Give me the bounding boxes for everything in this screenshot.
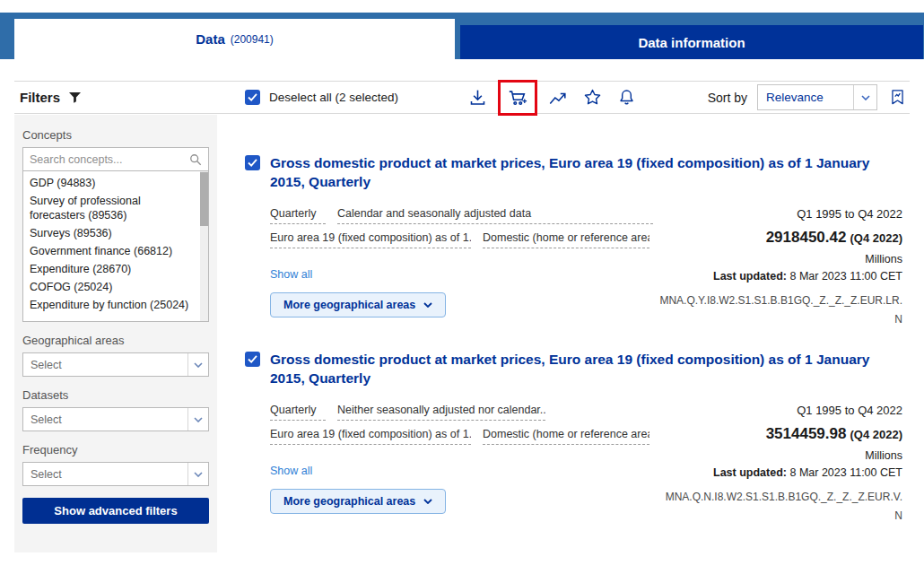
deselect-all-label[interactable]: Deselect all (2 selected) xyxy=(269,91,398,104)
datasets-select[interactable]: Select xyxy=(22,407,209,431)
result-value-period: (Q4 2022) xyxy=(850,231,902,245)
filters-sidebar: Concepts GDP (94883) Survey of professio… xyxy=(14,115,217,552)
result-value-period: (Q4 2022) xyxy=(850,428,902,441)
datasets-label: Datasets xyxy=(22,388,209,403)
tab-strip: Data (200941) Data information xyxy=(0,13,924,59)
concept-item[interactable]: Survey of professional forecasters (8953… xyxy=(30,192,194,224)
geographical-areas-filter: Geographical areas Select xyxy=(22,334,209,377)
notification-bell-icon[interactable] xyxy=(615,88,638,107)
frequency-select[interactable]: Select xyxy=(22,462,209,486)
chevron-down-icon xyxy=(187,353,208,376)
result-unit: Millions xyxy=(633,449,902,462)
tab-data[interactable]: Data (200941) xyxy=(14,19,455,59)
more-geographical-areas-button[interactable]: More geographical areas xyxy=(270,489,446,514)
select-value: Select xyxy=(23,359,187,371)
tab-data-information-label: Data information xyxy=(638,35,745,50)
view-chart-icon[interactable] xyxy=(546,88,570,108)
result-meta: Q1 1995 to Q4 2022 2918450.42(Q4 2022) M… xyxy=(633,207,902,329)
sort-by-label: Sort by xyxy=(708,91,747,105)
concept-item[interactable]: Surveys (89536) xyxy=(30,224,194,242)
geographical-areas-select[interactable]: Select xyxy=(22,352,209,377)
result-card: Gross domestic product at market prices,… xyxy=(217,350,910,517)
show-advanced-filters-button[interactable]: Show advanced filters xyxy=(22,498,209,524)
concept-item[interactable]: Government finance (66812) xyxy=(30,242,194,260)
check-icon xyxy=(248,93,257,101)
concepts-search-input[interactable] xyxy=(30,153,186,166)
attr-reference-area: Euro area 19 (fixed composition) as of 1… xyxy=(270,231,471,248)
attr-counterpart-area: Domestic (home or reference area) xyxy=(483,428,649,445)
result-checkbox[interactable] xyxy=(245,352,260,367)
deselect-all-control[interactable]: Deselect all (2 selected) xyxy=(245,90,398,105)
result-meta: Q1 1995 to Q4 2022 3514459.98(Q4 2022) M… xyxy=(633,404,902,526)
last-updated-label: Last updated: xyxy=(713,466,787,479)
chevron-down-icon xyxy=(187,463,208,485)
series-key: MNA.Q.N.I8.W2.S1.S1.B.B1GQ._Z._Z._Z.EUR.… xyxy=(633,488,902,526)
attr-adjustment: Calendar and seasonally adjusted data xyxy=(337,207,653,224)
attr-frequency: Quarterly xyxy=(270,404,326,421)
concepts-scrollbar-thumb[interactable] xyxy=(200,172,208,226)
concepts-list: GDP (94883) Survey of professional forec… xyxy=(22,171,209,322)
last-updated-label: Last updated: xyxy=(713,270,787,283)
filter-funnel-icon xyxy=(68,91,82,103)
geographical-areas-label: Geographical areas xyxy=(22,334,209,348)
more-geographical-areas-button[interactable]: More geographical areas xyxy=(270,292,446,317)
show-all-link[interactable]: Show all xyxy=(270,465,312,477)
favourite-star-icon[interactable] xyxy=(581,88,604,107)
tab-data-count: (200941) xyxy=(231,33,274,46)
last-updated-value: 8 Mar 2023 11:00 CET xyxy=(789,466,902,479)
concept-item[interactable]: GDP (94883) xyxy=(30,174,194,192)
frequency-label: Frequency xyxy=(22,443,209,457)
check-icon xyxy=(248,355,257,363)
result-checkbox[interactable] xyxy=(245,155,260,170)
select-value: Select xyxy=(23,468,187,481)
result-period: Q1 1995 to Q4 2022 xyxy=(633,207,902,221)
concepts-search-box xyxy=(22,147,209,171)
last-updated-value: 8 Mar 2023 11:00 CET xyxy=(789,270,902,283)
bookmark-icon[interactable] xyxy=(887,87,908,108)
result-unit: Millions xyxy=(633,253,902,265)
filters-label: Filters xyxy=(20,90,60,105)
show-all-link[interactable]: Show all xyxy=(270,268,312,281)
chevron-down-icon[interactable] xyxy=(853,85,876,109)
more-geographical-areas-label: More geographical areas xyxy=(283,299,415,311)
result-latest-value: 2918450.42 xyxy=(766,229,847,246)
concept-item[interactable]: Expenditure (28670) xyxy=(30,260,194,278)
concept-item[interactable]: COFOG (25024) xyxy=(30,278,194,296)
select-all-checkbox[interactable] xyxy=(245,90,260,105)
result-title-link[interactable]: Gross domestic product at market prices,… xyxy=(270,350,891,387)
concept-item[interactable]: Expenditure by function (25024) xyxy=(30,296,194,314)
toolbar: Filters Deselect all (2 selected) xyxy=(14,81,910,114)
attr-counterpart-area: Domestic (home or reference area) xyxy=(483,231,649,248)
chevron-down-icon xyxy=(423,499,432,504)
filters-header[interactable]: Filters xyxy=(14,82,217,113)
chevron-down-icon xyxy=(423,302,432,308)
result-period: Q1 1995 to Q4 2022 xyxy=(633,404,902,417)
tab-data-information[interactable]: Data information xyxy=(460,25,923,59)
result-latest-value: 3514459.98 xyxy=(766,425,847,442)
results-list: Gross domestic product at market prices,… xyxy=(217,115,910,517)
concepts-label: Concepts xyxy=(22,128,209,143)
tab-data-label: Data xyxy=(196,31,225,47)
datasets-filter: Datasets Select xyxy=(22,388,209,431)
chevron-down-icon xyxy=(187,408,208,430)
series-key: MNA.Q.Y.I8.W2.S1.S1.B.B1GQ._Z._Z._Z.EUR.… xyxy=(633,291,902,329)
add-to-basket-icon[interactable] xyxy=(501,88,535,108)
select-value: Select xyxy=(23,413,187,426)
sort-select[interactable]: Relevance xyxy=(757,84,877,110)
attr-reference-area: Euro area 19 (fixed composition) as of 1… xyxy=(270,428,471,445)
attr-frequency: Quarterly xyxy=(270,207,326,224)
check-icon xyxy=(248,159,257,167)
sort-group: Sort by Relevance xyxy=(708,84,910,110)
more-geographical-areas-label: More geographical areas xyxy=(283,495,415,508)
sort-select-value: Relevance xyxy=(758,91,853,104)
attr-adjustment: Neither seasonally adjusted nor calendar… xyxy=(337,404,545,421)
result-title-link[interactable]: Gross domestic product at market prices,… xyxy=(270,153,891,191)
magnifier-icon xyxy=(189,153,202,166)
download-icon[interactable] xyxy=(466,88,489,107)
result-card: Gross domestic product at market prices,… xyxy=(217,153,910,320)
frequency-filter: Frequency Select xyxy=(22,443,209,486)
toolbar-actions xyxy=(466,88,638,108)
